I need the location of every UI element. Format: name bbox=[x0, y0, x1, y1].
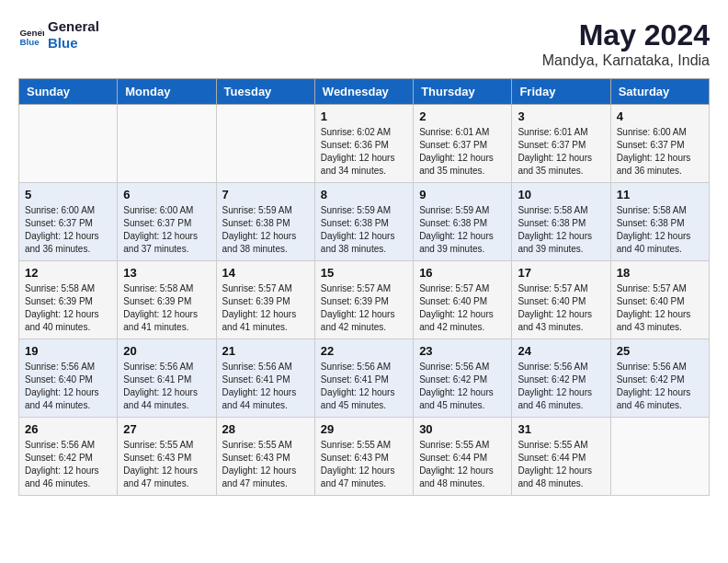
calendar-cell: 15Sunrise: 5:57 AM Sunset: 6:39 PM Dayli… bbox=[314, 261, 413, 339]
calendar-cell: 9Sunrise: 5:59 AM Sunset: 6:38 PM Daylig… bbox=[414, 183, 512, 261]
day-info: Sunrise: 5:58 AM Sunset: 6:39 PM Dayligh… bbox=[123, 282, 210, 334]
day-info: Sunrise: 5:55 AM Sunset: 6:44 PM Dayligh… bbox=[419, 439, 506, 490]
calendar-cell: 25Sunrise: 5:56 AM Sunset: 6:42 PM Dayli… bbox=[610, 339, 709, 418]
calendar-cell: 27Sunrise: 5:55 AM Sunset: 6:43 PM Dayli… bbox=[118, 418, 216, 496]
day-info: Sunrise: 5:56 AM Sunset: 6:41 PM Dayligh… bbox=[123, 361, 210, 412]
day-number: 28 bbox=[222, 422, 309, 436]
day-number: 12 bbox=[25, 266, 111, 280]
calendar-cell: 7Sunrise: 5:59 AM Sunset: 6:38 PM Daylig… bbox=[216, 183, 314, 261]
calendar-header: SundayMondayTuesdayWednesdayThursdayFrid… bbox=[19, 79, 710, 105]
page-header: General Blue General Blue May 2024 Mandy… bbox=[18, 18, 710, 69]
day-info: Sunrise: 6:02 AM Sunset: 6:36 PM Dayligh… bbox=[321, 126, 407, 178]
calendar-cell: 10Sunrise: 5:58 AM Sunset: 6:38 PM Dayli… bbox=[512, 183, 610, 261]
day-info: Sunrise: 5:55 AM Sunset: 6:44 PM Dayligh… bbox=[518, 439, 604, 490]
day-info: Sunrise: 5:57 AM Sunset: 6:39 PM Dayligh… bbox=[321, 282, 407, 334]
day-number: 1 bbox=[321, 109, 407, 123]
day-number: 19 bbox=[25, 344, 111, 358]
calendar-cell: 11Sunrise: 5:58 AM Sunset: 6:38 PM Dayli… bbox=[610, 183, 709, 261]
day-number: 18 bbox=[617, 266, 703, 280]
logo-line2: Blue bbox=[48, 35, 99, 52]
calendar-cell bbox=[216, 105, 314, 183]
day-info: Sunrise: 5:55 AM Sunset: 6:43 PM Dayligh… bbox=[123, 439, 210, 490]
day-number: 16 bbox=[419, 266, 506, 280]
weekday-header-monday: Monday bbox=[118, 79, 216, 105]
location-subtitle: Mandya, Karnataka, India bbox=[542, 52, 710, 69]
logo: General Blue General Blue bbox=[18, 18, 99, 52]
calendar-table: SundayMondayTuesdayWednesdayThursdayFrid… bbox=[18, 78, 710, 496]
calendar-cell: 28Sunrise: 5:55 AM Sunset: 6:43 PM Dayli… bbox=[216, 418, 314, 496]
calendar-cell: 26Sunrise: 5:56 AM Sunset: 6:42 PM Dayli… bbox=[19, 418, 118, 496]
day-info: Sunrise: 5:57 AM Sunset: 6:40 PM Dayligh… bbox=[419, 282, 506, 334]
calendar-cell: 24Sunrise: 5:56 AM Sunset: 6:42 PM Dayli… bbox=[512, 339, 610, 418]
logo-icon: General Blue bbox=[18, 22, 44, 48]
day-number: 2 bbox=[419, 109, 506, 123]
calendar-week-row: 5Sunrise: 6:00 AM Sunset: 6:37 PM Daylig… bbox=[19, 183, 710, 261]
calendar-week-row: 26Sunrise: 5:56 AM Sunset: 6:42 PM Dayli… bbox=[19, 418, 710, 496]
day-number: 17 bbox=[518, 266, 604, 280]
day-info: Sunrise: 5:56 AM Sunset: 6:42 PM Dayligh… bbox=[617, 361, 703, 412]
day-number: 25 bbox=[617, 344, 703, 358]
calendar-week-row: 19Sunrise: 5:56 AM Sunset: 6:40 PM Dayli… bbox=[19, 339, 710, 418]
calendar-cell: 5Sunrise: 6:00 AM Sunset: 6:37 PM Daylig… bbox=[19, 183, 118, 261]
weekday-header-saturday: Saturday bbox=[610, 79, 709, 105]
day-info: Sunrise: 5:55 AM Sunset: 6:43 PM Dayligh… bbox=[321, 439, 407, 490]
day-info: Sunrise: 5:56 AM Sunset: 6:41 PM Dayligh… bbox=[321, 361, 407, 412]
day-number: 23 bbox=[419, 344, 506, 358]
weekday-header-row: SundayMondayTuesdayWednesdayThursdayFrid… bbox=[19, 79, 710, 105]
day-number: 31 bbox=[518, 422, 604, 436]
day-info: Sunrise: 5:58 AM Sunset: 6:39 PM Dayligh… bbox=[25, 282, 111, 334]
day-number: 29 bbox=[321, 422, 407, 436]
day-number: 8 bbox=[321, 188, 407, 201]
day-info: Sunrise: 5:56 AM Sunset: 6:41 PM Dayligh… bbox=[222, 361, 309, 412]
calendar-cell: 13Sunrise: 5:58 AM Sunset: 6:39 PM Dayli… bbox=[118, 261, 216, 339]
calendar-cell: 23Sunrise: 5:56 AM Sunset: 6:42 PM Dayli… bbox=[414, 339, 512, 418]
day-number: 27 bbox=[123, 422, 210, 436]
calendar-cell bbox=[118, 105, 216, 183]
day-number: 13 bbox=[123, 266, 210, 280]
day-info: Sunrise: 5:56 AM Sunset: 6:42 PM Dayligh… bbox=[419, 361, 506, 412]
day-info: Sunrise: 5:59 AM Sunset: 6:38 PM Dayligh… bbox=[419, 204, 506, 256]
day-info: Sunrise: 5:57 AM Sunset: 6:40 PM Dayligh… bbox=[617, 282, 703, 334]
weekday-header-friday: Friday bbox=[512, 79, 610, 105]
day-number: 20 bbox=[123, 344, 210, 358]
calendar-cell: 4Sunrise: 6:00 AM Sunset: 6:37 PM Daylig… bbox=[610, 105, 709, 183]
calendar-week-row: 12Sunrise: 5:58 AM Sunset: 6:39 PM Dayli… bbox=[19, 261, 710, 339]
day-number: 30 bbox=[419, 422, 506, 436]
weekday-header-thursday: Thursday bbox=[414, 79, 512, 105]
day-info: Sunrise: 5:58 AM Sunset: 6:38 PM Dayligh… bbox=[617, 204, 703, 256]
day-number: 24 bbox=[518, 344, 604, 358]
calendar-cell bbox=[19, 105, 118, 183]
day-number: 11 bbox=[617, 188, 703, 201]
day-number: 3 bbox=[518, 109, 604, 123]
day-number: 10 bbox=[518, 188, 604, 201]
day-info: Sunrise: 6:00 AM Sunset: 6:37 PM Dayligh… bbox=[25, 204, 111, 256]
day-info: Sunrise: 5:56 AM Sunset: 6:40 PM Dayligh… bbox=[25, 361, 111, 412]
calendar-cell: 2Sunrise: 6:01 AM Sunset: 6:37 PM Daylig… bbox=[414, 105, 512, 183]
calendar-week-row: 1Sunrise: 6:02 AM Sunset: 6:36 PM Daylig… bbox=[19, 105, 710, 183]
day-info: Sunrise: 6:01 AM Sunset: 6:37 PM Dayligh… bbox=[419, 126, 506, 178]
title-block: May 2024 Mandya, Karnataka, India bbox=[542, 18, 710, 69]
day-number: 5 bbox=[25, 188, 111, 201]
weekday-header-tuesday: Tuesday bbox=[216, 79, 314, 105]
day-info: Sunrise: 5:59 AM Sunset: 6:38 PM Dayligh… bbox=[222, 204, 309, 256]
calendar-cell: 8Sunrise: 5:59 AM Sunset: 6:38 PM Daylig… bbox=[314, 183, 413, 261]
calendar-cell: 1Sunrise: 6:02 AM Sunset: 6:36 PM Daylig… bbox=[314, 105, 413, 183]
calendar-cell: 12Sunrise: 5:58 AM Sunset: 6:39 PM Dayli… bbox=[19, 261, 118, 339]
day-number: 26 bbox=[25, 422, 111, 436]
calendar-cell: 31Sunrise: 5:55 AM Sunset: 6:44 PM Dayli… bbox=[512, 418, 610, 496]
calendar-cell: 21Sunrise: 5:56 AM Sunset: 6:41 PM Dayli… bbox=[216, 339, 314, 418]
calendar-cell: 20Sunrise: 5:56 AM Sunset: 6:41 PM Dayli… bbox=[118, 339, 216, 418]
calendar-cell: 18Sunrise: 5:57 AM Sunset: 6:40 PM Dayli… bbox=[610, 261, 709, 339]
day-number: 9 bbox=[419, 188, 506, 201]
month-year-title: May 2024 bbox=[542, 18, 710, 52]
calendar-body: 1Sunrise: 6:02 AM Sunset: 6:36 PM Daylig… bbox=[19, 105, 710, 496]
day-info: Sunrise: 5:56 AM Sunset: 6:42 PM Dayligh… bbox=[518, 361, 604, 412]
logo-line1: General bbox=[48, 18, 99, 35]
day-number: 22 bbox=[321, 344, 407, 358]
day-info: Sunrise: 5:57 AM Sunset: 6:40 PM Dayligh… bbox=[518, 282, 604, 334]
day-info: Sunrise: 6:00 AM Sunset: 6:37 PM Dayligh… bbox=[123, 204, 210, 256]
calendar-cell: 29Sunrise: 5:55 AM Sunset: 6:43 PM Dayli… bbox=[314, 418, 413, 496]
day-number: 4 bbox=[617, 109, 703, 123]
day-info: Sunrise: 5:56 AM Sunset: 6:42 PM Dayligh… bbox=[25, 439, 111, 490]
calendar-cell: 17Sunrise: 5:57 AM Sunset: 6:40 PM Dayli… bbox=[512, 261, 610, 339]
